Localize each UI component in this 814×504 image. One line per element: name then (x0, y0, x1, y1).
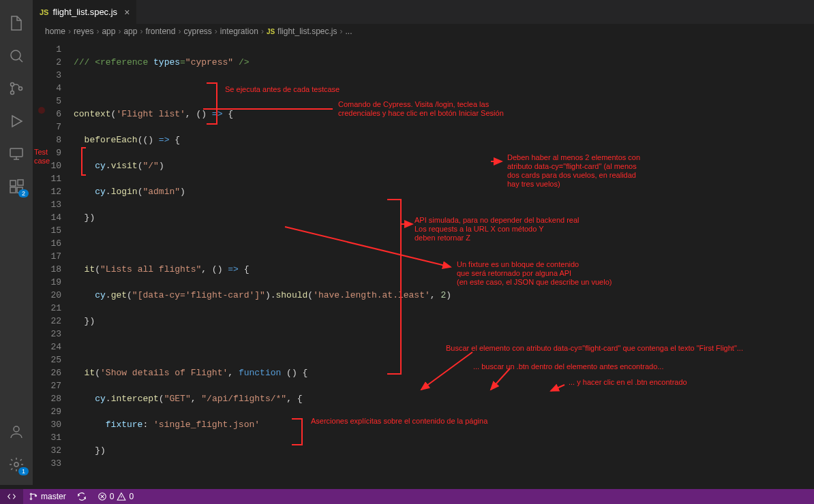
sync-icon[interactable] (72, 492, 92, 501)
annot-contains1: Buscar el elemento con atributo data-cy=… (446, 344, 743, 353)
annot-before: Se ejecuta antes de cada testcase (225, 85, 340, 94)
crumb[interactable]: app (123, 27, 137, 36)
extensions-icon[interactable]: 2 (0, 170, 33, 203)
svg-point-10 (14, 462, 18, 467)
line-numbers: 12345678910 11121314151617181920 2122232… (33, 39, 74, 485)
breakpoint-indicator[interactable] (38, 107, 45, 114)
editor-tabs: JS flight_list.spec.js × (33, 0, 814, 24)
annot-testcase: Test case (34, 148, 50, 166)
js-file-icon: JS (40, 8, 48, 16)
settings-badge: 1 (18, 467, 29, 475)
tab-label: flight_list.spec.js (52, 7, 117, 17)
close-tab-icon[interactable]: × (124, 7, 130, 18)
code-area[interactable]: /// <reference types="cypress" /> contex… (74, 39, 814, 485)
breadcrumbs[interactable]: home› reyes› app› app› frontend› cypress… (33, 24, 814, 39)
annot-assert: Aserciones explícitas sobre el contenido… (311, 417, 487, 426)
settings-gear-icon[interactable]: 1 (0, 448, 33, 481)
extensions-badge: 2 (18, 189, 29, 198)
explorer-icon[interactable] (0, 7, 33, 40)
svg-point-12 (30, 498, 31, 499)
svg-rect-8 (18, 180, 23, 185)
crumb[interactable]: flight_list.spec.js (277, 27, 337, 36)
remote-explorer-icon[interactable] (0, 138, 33, 170)
problems[interactable]: 0 0 (92, 492, 139, 501)
search-icon[interactable] (0, 40, 33, 72)
accounts-icon[interactable] (0, 415, 33, 448)
svg-point-1 (11, 83, 14, 86)
crumb[interactable]: app (102, 27, 115, 36)
svg-rect-5 (10, 180, 16, 186)
crumb[interactable]: ... (345, 27, 352, 36)
annot-api: API simulada, para no depender del backe… (414, 216, 579, 242)
editor[interactable]: 12345678910 11121314151617181920 2122232… (33, 39, 814, 485)
activity-bar: 2 1 (0, 0, 33, 485)
crumb[interactable]: integration (220, 27, 258, 36)
branch-name: master (41, 492, 66, 501)
crumb[interactable]: frontend (145, 27, 175, 36)
remote-indicator[interactable] (0, 489, 23, 504)
annot-atleast: Deben haber al menos 2 elementos con atr… (507, 153, 640, 189)
run-debug-icon[interactable] (0, 105, 33, 138)
svg-point-3 (19, 87, 22, 91)
svg-point-0 (11, 50, 20, 60)
svg-point-2 (11, 91, 14, 95)
crumb[interactable]: reyes (74, 27, 93, 36)
status-bar: master 0 0 (0, 489, 814, 504)
svg-rect-6 (10, 187, 16, 193)
svg-point-9 (14, 426, 19, 432)
svg-rect-4 (10, 148, 22, 157)
js-file-icon: JS (267, 28, 275, 35)
annot-click: ... y hacer clic en el .btn encontrado (569, 378, 687, 387)
annot-fixture: Un fixture es un bloque de contenido que… (457, 260, 612, 287)
crumb[interactable]: home (45, 27, 65, 36)
source-control-icon[interactable] (0, 72, 33, 105)
annot-find: ... buscar un .btn dentro del elemento a… (473, 362, 663, 371)
crumb[interactable]: cypress (183, 27, 211, 36)
annot-login: Comando de Cypress. Visita /login, tecle… (338, 100, 504, 118)
tab-flight-list-spec[interactable]: JS flight_list.spec.js × (33, 0, 137, 24)
svg-point-11 (30, 493, 31, 494)
git-branch[interactable]: master (23, 492, 72, 501)
